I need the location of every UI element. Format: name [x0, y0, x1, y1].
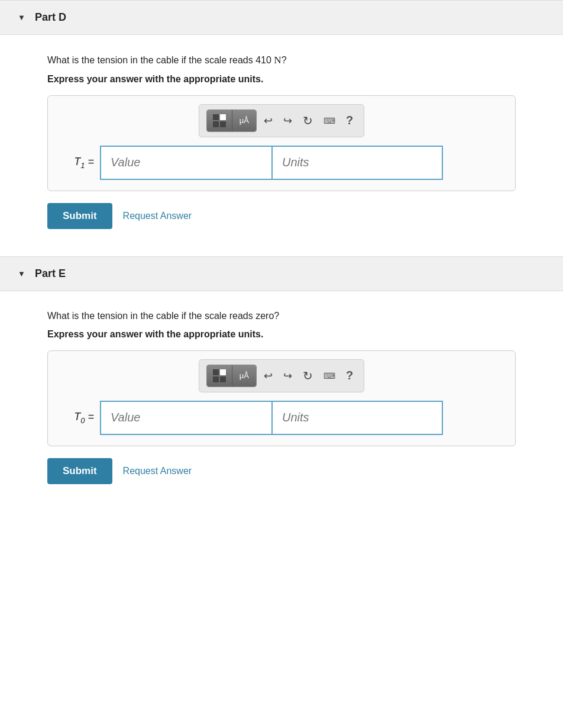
- part-e-title: Part E: [35, 268, 66, 280]
- part-d-header: ▼ Part D: [0, 0, 563, 35]
- part-e-request-answer-link[interactable]: Request Answer: [123, 466, 192, 476]
- part-d-undo-btn[interactable]: ↩: [260, 112, 276, 130]
- part-e-units-input[interactable]: [271, 401, 443, 435]
- part-d-submit-button[interactable]: Submit: [47, 203, 112, 229]
- part-d-value-input[interactable]: [100, 146, 271, 180]
- part-e-keyboard-btn[interactable]: ⌨: [320, 369, 339, 383]
- part-e-express: Express your answer with the appropriate…: [47, 329, 516, 340]
- part-d-mu-btn[interactable]: μÅ: [232, 110, 256, 131]
- part-e-toolbar: μÅ ↩ ↪ ↻ ⌨ ?: [199, 359, 364, 392]
- part-e-help-btn[interactable]: ?: [342, 366, 357, 385]
- part-d-title: Part D: [35, 11, 66, 24]
- part-d-collapse-arrow[interactable]: ▼: [18, 13, 25, 22]
- part-d-answer-box: μÅ ↩ ↪ ↻ ⌨ ? T1 =: [47, 95, 516, 191]
- part-d-action-row: Submit Request Answer: [47, 203, 516, 229]
- part-e-value-input[interactable]: [100, 401, 271, 435]
- part-d-keyboard-btn[interactable]: ⌨: [320, 114, 339, 128]
- part-d-var-label: T1 =: [59, 156, 94, 170]
- part-d-toolbar: μÅ ↩ ↪ ↻ ⌨ ?: [199, 104, 364, 137]
- part-e-body: What is the tension in the cable if the …: [0, 291, 563, 505]
- part-d-question: What is the tension in the cable if the …: [47, 53, 516, 68]
- part-d-format-group: μÅ: [206, 109, 257, 132]
- part-d-express: Express your answer with the appropriate…: [47, 74, 516, 85]
- part-e-undo-btn[interactable]: ↩: [260, 367, 276, 385]
- part-e-refresh-btn[interactable]: ↻: [299, 366, 316, 385]
- part-e-input-row: T0 =: [59, 401, 504, 435]
- part-e-submit-button[interactable]: Submit: [47, 458, 112, 484]
- part-d-refresh-btn[interactable]: ↻: [299, 111, 316, 130]
- part-d-matrix-btn[interactable]: [207, 110, 232, 131]
- part-e-format-group: μÅ: [206, 365, 257, 387]
- part-d-body: What is the tension in the cable if the …: [0, 35, 563, 250]
- part-d-request-answer-link[interactable]: Request Answer: [123, 211, 192, 221]
- part-e-header: ▼ Part E: [0, 256, 563, 291]
- part-e-collapse-arrow[interactable]: ▼: [18, 269, 25, 278]
- part-e-question: What is the tension in the cable if the …: [47, 309, 516, 323]
- part-d-redo-btn[interactable]: ↪: [280, 112, 296, 130]
- part-e-redo-btn[interactable]: ↪: [280, 367, 296, 385]
- part-e-mu-btn[interactable]: μÅ: [232, 365, 256, 386]
- part-e-var-label: T0 =: [59, 411, 94, 425]
- part-d-help-btn[interactable]: ?: [342, 111, 357, 130]
- part-d-units-input[interactable]: [271, 146, 443, 180]
- part-d-input-row: T1 =: [59, 146, 504, 180]
- part-e-answer-box: μÅ ↩ ↪ ↻ ⌨ ? T0 =: [47, 350, 516, 446]
- part-d-section: ▼ Part D What is the tension in the cabl…: [0, 0, 563, 250]
- part-e-matrix-btn[interactable]: [207, 365, 232, 386]
- part-e-section: ▼ Part E What is the tension in the cabl…: [0, 256, 563, 505]
- part-e-action-row: Submit Request Answer: [47, 458, 516, 484]
